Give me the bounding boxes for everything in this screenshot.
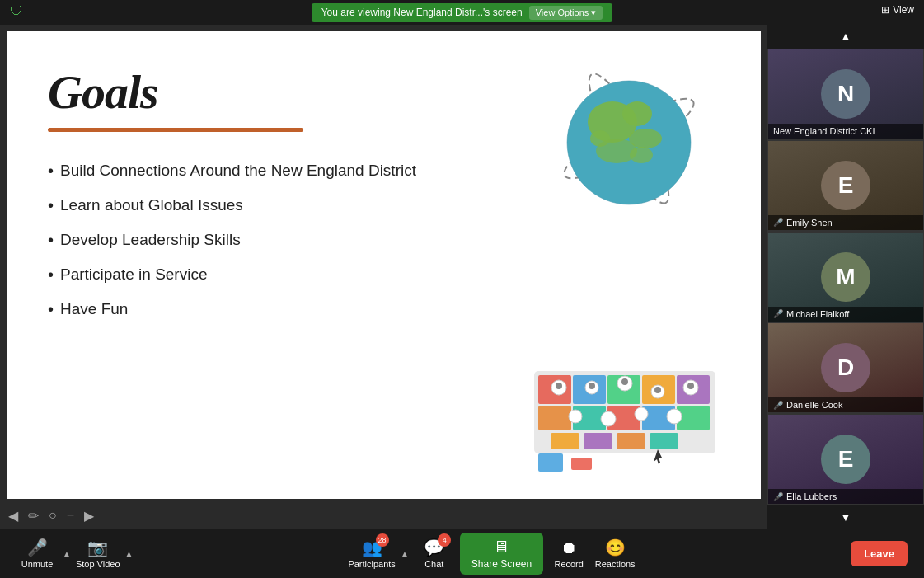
scroll-down-button[interactable]: ▼: [767, 505, 924, 529]
svg-point-4: [622, 101, 652, 126]
svg-rect-25: [538, 453, 563, 472]
bullet-3: Develop Leadership Skills: [48, 224, 720, 256]
participant-name-bar: 🎤 Danielle Cook: [768, 397, 923, 412]
participant-name-bar: New England District CKI: [768, 124, 923, 139]
chat-button[interactable]: 💬 4 Chat: [414, 538, 455, 569]
record-icon: ⏺: [560, 538, 577, 557]
svg-rect-21: [551, 433, 579, 449]
participant-name-bar: 🎤 Ella Lubbers: [768, 489, 923, 504]
svg-rect-26: [571, 458, 592, 470]
share-screen-icon: 🖥: [493, 538, 509, 557]
participant-tile: E 🎤 Ella Lubbers: [767, 414, 924, 505]
reactions-icon: 😊: [605, 538, 626, 557]
svg-point-33: [601, 411, 616, 426]
presentation-area: Goals Build Connections Around the New E…: [0, 25, 767, 529]
screen-share-banner: You are viewing New England Distr...'s s…: [312, 3, 613, 22]
participants-button[interactable]: 👥 28 Participants: [348, 538, 395, 569]
svg-point-36: [556, 383, 562, 389]
shield-icon: 🛡: [10, 4, 23, 19]
slide-content: Goals Build Connections Around the New E…: [7, 31, 761, 499]
participants-badge: 28: [376, 533, 389, 547]
chevron-down-icon: ▼: [840, 510, 851, 524]
participant-tile: E 🎤 Emily Shen: [767, 140, 924, 231]
avatar: E: [821, 435, 870, 484]
svg-rect-22: [584, 433, 612, 449]
mic-muted-icon: 🎤: [773, 218, 783, 227]
participant-tile: M 🎤 Michael Fialkoff: [767, 232, 924, 322]
mic-muted-icon: 🎤: [773, 309, 783, 318]
participant-name-bar: 🎤 Michael Fialkoff: [768, 307, 923, 322]
view-button[interactable]: ⊞ View: [881, 4, 914, 16]
pencil-button[interactable]: ✏: [28, 508, 39, 524]
svg-point-35: [667, 409, 682, 424]
bullet-4: Participate in Service: [48, 259, 720, 290]
circle-button[interactable]: ○: [49, 508, 57, 523]
slide-divider: [48, 128, 303, 132]
chat-icon: 💬 4: [424, 538, 444, 557]
reactions-button[interactable]: 😊 Reactions: [594, 538, 636, 569]
leave-button[interactable]: Leave: [851, 541, 908, 566]
participants-icon: 👥 28: [362, 538, 382, 557]
back-arrow-button[interactable]: ◀: [8, 508, 18, 524]
avatar: E: [821, 161, 870, 210]
participant-tile: N New England District CKI: [767, 49, 924, 139]
participant-name-bar: 🎤 Emily Shen: [768, 215, 923, 230]
svg-point-8: [630, 147, 653, 163]
participants-sidebar: ▲ N New England District CKI E 🎤 Emily S…: [767, 25, 924, 529]
chat-badge: 4: [438, 533, 451, 547]
mic-muted-icon: 🎤: [773, 492, 783, 501]
avatar: D: [821, 343, 870, 392]
slide-toolbar: ◀ ✏ ○ − ▶: [0, 502, 767, 529]
left-toolbar-group: 🎤 Unmute ▲ 📷 Stop Video ▲: [16, 538, 133, 569]
svg-point-34: [635, 407, 648, 421]
avatar: M: [821, 252, 870, 302]
share-screen-button[interactable]: 🖥 Share Screen: [460, 533, 543, 575]
view-options-button[interactable]: View Options ▾: [529, 6, 603, 20]
svg-point-39: [654, 387, 661, 393]
forward-arrow-button[interactable]: ▶: [84, 508, 94, 524]
video-caret[interactable]: ▲: [125, 549, 134, 558]
scroll-up-button[interactable]: ▲: [767, 25, 924, 49]
svg-rect-16: [538, 406, 571, 430]
bullet-5: Have Fun: [48, 294, 720, 325]
unmute-button[interactable]: 🎤 Unmute: [16, 538, 58, 569]
right-toolbar-group: Leave: [851, 541, 908, 566]
svg-point-7: [596, 139, 637, 163]
svg-point-37: [589, 383, 595, 389]
main-content: Goals Build Connections Around the New E…: [0, 25, 924, 529]
globe-illustration: [546, 56, 711, 221]
avatar: N: [821, 69, 870, 119]
svg-point-32: [569, 410, 582, 423]
mic-off-icon: 🎤: [27, 538, 48, 557]
banner-text: You are viewing New England Distr...'s s…: [321, 7, 523, 18]
participants-caret[interactable]: ▲: [401, 549, 409, 558]
svg-rect-24: [650, 433, 678, 449]
mic-muted-icon: 🎤: [773, 401, 783, 410]
center-toolbar-group: 👥 28 Participants ▲ 💬 4 Chat 🖥 Share Scr…: [348, 533, 636, 575]
svg-point-40: [687, 383, 694, 389]
camera-icon: 📷: [87, 538, 108, 557]
stop-video-button[interactable]: 📷 Stop Video: [76, 538, 120, 569]
chevron-up-icon: ▲: [840, 30, 851, 43]
svg-rect-23: [617, 433, 645, 449]
bottom-toolbar: 🎤 Unmute ▲ 📷 Stop Video ▲ 👥 28 Participa…: [0, 529, 924, 578]
map-illustration: [522, 350, 736, 482]
top-bar: 🛡 You are viewing New England Distr...'s…: [0, 0, 924, 25]
unmute-caret[interactable]: ▲: [63, 549, 71, 558]
participant-tile: D 🎤 Danielle Cook: [767, 322, 924, 413]
record-button[interactable]: ⏺ Record: [548, 538, 589, 569]
svg-point-38: [621, 378, 628, 385]
slide-container: Goals Build Connections Around the New E…: [7, 31, 761, 499]
minus-button[interactable]: −: [67, 508, 74, 523]
